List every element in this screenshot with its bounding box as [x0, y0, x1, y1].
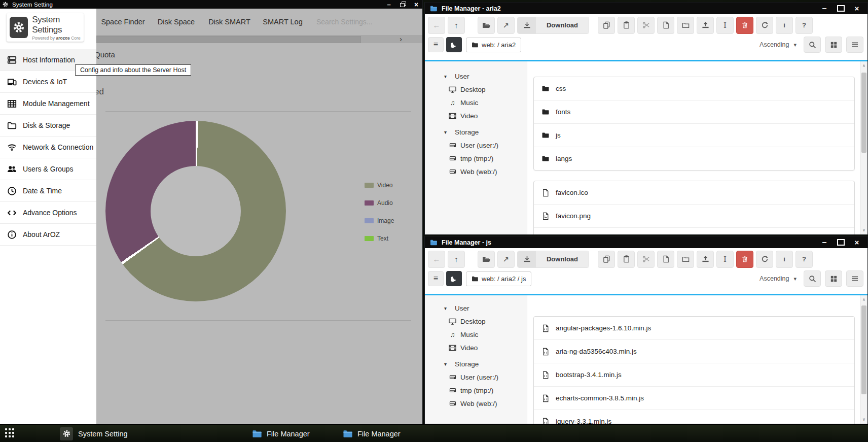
- new-file-button[interactable]: [657, 251, 674, 268]
- menu-button[interactable]: ≡: [428, 271, 444, 286]
- minimize-button[interactable]: –: [818, 3, 831, 14]
- tab-scrollbar-thumb[interactable]: [96, 36, 361, 43]
- open-external-button[interactable]: ↗: [497, 251, 515, 268]
- scroll-down-arrow[interactable]: ∨: [860, 417, 867, 422]
- tree-item-video[interactable]: Video: [425, 109, 527, 122]
- chevron-down-icon[interactable]: ▾: [793, 42, 797, 48]
- tree-item-desktop[interactable]: Desktop: [425, 83, 527, 96]
- dark-mode-button[interactable]: [446, 271, 462, 286]
- download-button[interactable]: Download: [517, 251, 589, 268]
- taskbar-item-file-manager-1[interactable]: File Manager: [252, 425, 310, 442]
- file-row-css[interactable]: css: [534, 77, 854, 100]
- paste-button[interactable]: [618, 17, 635, 34]
- file-row-langs[interactable]: langs: [534, 147, 854, 170]
- tab-disk-space[interactable]: Disk Space: [150, 18, 203, 26]
- file-row-index-html[interactable]: index.html: [534, 228, 854, 234]
- minimize-button[interactable]: –: [818, 236, 831, 248]
- refresh-button[interactable]: [756, 17, 773, 34]
- tree-item-music[interactable]: ♫ Music: [425, 96, 527, 109]
- tree-item-web-drive[interactable]: Web (web:/): [425, 165, 527, 178]
- cut-button[interactable]: [637, 251, 655, 268]
- tree-group-user[interactable]: ▾ User: [425, 301, 527, 315]
- taskbar-item-file-manager-2[interactable]: File Manager: [343, 425, 401, 442]
- sort-order-dropdown[interactable]: Ascending: [760, 275, 789, 282]
- close-button[interactable]: ×: [411, 0, 422, 9]
- sidebar-item-date-time[interactable]: Date & Time: [0, 180, 96, 202]
- sidebar-item-network-connection[interactable]: Network & Connection: [0, 137, 96, 158]
- tree-item-user-drive[interactable]: User (user:/): [425, 139, 527, 152]
- rename-button[interactable]: I: [716, 251, 734, 268]
- breadcrumb[interactable]: web: / aria2 / js: [466, 271, 531, 286]
- grid-view-button[interactable]: [825, 37, 842, 53]
- list-view-button[interactable]: [846, 37, 863, 53]
- minimize-button[interactable]: –: [383, 0, 394, 9]
- cut-button[interactable]: [637, 17, 655, 34]
- tab-scrollbar[interactable]: ›: [96, 35, 422, 43]
- open-external-button[interactable]: ↗: [497, 17, 515, 34]
- help-button[interactable]: ?: [795, 17, 813, 34]
- maximize-button[interactable]: [834, 236, 847, 248]
- sidebar-item-about-aroz[interactable]: About ArOZ: [0, 224, 96, 246]
- file-row-jquery[interactable]: jquery-3.3.1.min.js: [534, 410, 854, 424]
- tree-item-tmp-drive[interactable]: tmp (tmp:/): [425, 384, 527, 397]
- help-button[interactable]: ?: [795, 251, 813, 268]
- file-row-favicon-png[interactable]: favicon.png: [534, 205, 854, 228]
- close-button[interactable]: ×: [850, 3, 863, 14]
- file-row-js[interactable]: js: [534, 124, 854, 147]
- file-row-aria-ng[interactable]: aria-ng-da5356c403.min.js: [534, 340, 854, 363]
- copy-button[interactable]: [598, 17, 615, 34]
- tab-smart-log[interactable]: SMART Log: [256, 18, 309, 26]
- up-button[interactable]: ↑: [448, 17, 465, 34]
- dark-mode-button[interactable]: [446, 37, 462, 52]
- copy-button[interactable]: [598, 251, 615, 268]
- chevron-right-icon[interactable]: ›: [400, 35, 402, 43]
- tab-space-finder[interactable]: Space Finder: [96, 18, 150, 26]
- tree-group-storage[interactable]: ▾ Storage: [425, 125, 527, 139]
- scroll-down-arrow[interactable]: ∨: [860, 228, 867, 232]
- file-row-fonts[interactable]: fonts: [534, 100, 854, 124]
- tree-group-storage[interactable]: ▾ Storage: [425, 357, 527, 370]
- file-row-favicon-ico[interactable]: favicon.ico: [534, 181, 854, 205]
- close-button[interactable]: ×: [850, 236, 863, 248]
- vertical-scrollbar[interactable]: ∧ ∨: [860, 61, 867, 234]
- tree-item-web-drive[interactable]: Web (web:/): [425, 397, 527, 410]
- info-button[interactable]: i: [776, 17, 793, 34]
- new-folder-button[interactable]: [677, 17, 694, 34]
- download-button[interactable]: Download: [517, 17, 589, 34]
- file-row-echarts[interactable]: echarts-common-3.8.5.min.js: [534, 387, 854, 410]
- vertical-scrollbar[interactable]: ∧ ∨: [860, 295, 867, 424]
- tree-item-user-drive[interactable]: User (user:/): [425, 370, 527, 384]
- file-row-bootstrap[interactable]: bootstrap-3.4.1.min.js: [534, 363, 854, 387]
- open-button[interactable]: [478, 251, 495, 268]
- new-folder-button[interactable]: [677, 251, 694, 268]
- scrollbar-thumb[interactable]: [861, 305, 866, 394]
- back-button[interactable]: ←: [428, 17, 445, 34]
- maximize-button[interactable]: [834, 3, 847, 14]
- tree-item-music[interactable]: ♫ Music: [425, 328, 527, 341]
- menu-button[interactable]: ≡: [428, 37, 444, 52]
- info-button[interactable]: i: [776, 251, 793, 268]
- chevron-down-icon[interactable]: ▾: [793, 276, 797, 282]
- scroll-up-arrow[interactable]: ∧: [860, 63, 867, 68]
- app-launcher-button[interactable]: [5, 428, 14, 437]
- up-button[interactable]: ↑: [448, 251, 465, 268]
- sidebar-item-module-management[interactable]: Module Management: [0, 93, 96, 115]
- scrollbar-thumb[interactable]: [861, 73, 866, 153]
- restore-button[interactable]: [397, 0, 409, 9]
- delete-button[interactable]: [736, 251, 753, 268]
- taskbar-item-system-setting[interactable]: System Setting: [60, 425, 128, 442]
- search-button[interactable]: [804, 270, 821, 287]
- search-button[interactable]: [804, 37, 821, 53]
- sidebar-item-advance-options[interactable]: Advance Options: [0, 202, 96, 224]
- new-file-button[interactable]: [657, 17, 674, 34]
- refresh-button[interactable]: [756, 251, 773, 268]
- sidebar-item-disk-storage[interactable]: Disk & Storage: [0, 115, 96, 137]
- tab-disk-smart[interactable]: Disk SMART: [203, 18, 256, 26]
- sort-order-dropdown[interactable]: Ascending: [760, 41, 789, 48]
- settings-search-input[interactable]: Search Settings...: [316, 18, 377, 26]
- upload-button[interactable]: [697, 251, 714, 268]
- sidebar-item-users-groups[interactable]: Users & Groups: [0, 158, 96, 180]
- tree-item-video[interactable]: Video: [425, 341, 527, 354]
- paste-button[interactable]: [618, 251, 635, 268]
- file-row-angular[interactable]: angular-packages-1.6.10.min.js: [534, 317, 854, 340]
